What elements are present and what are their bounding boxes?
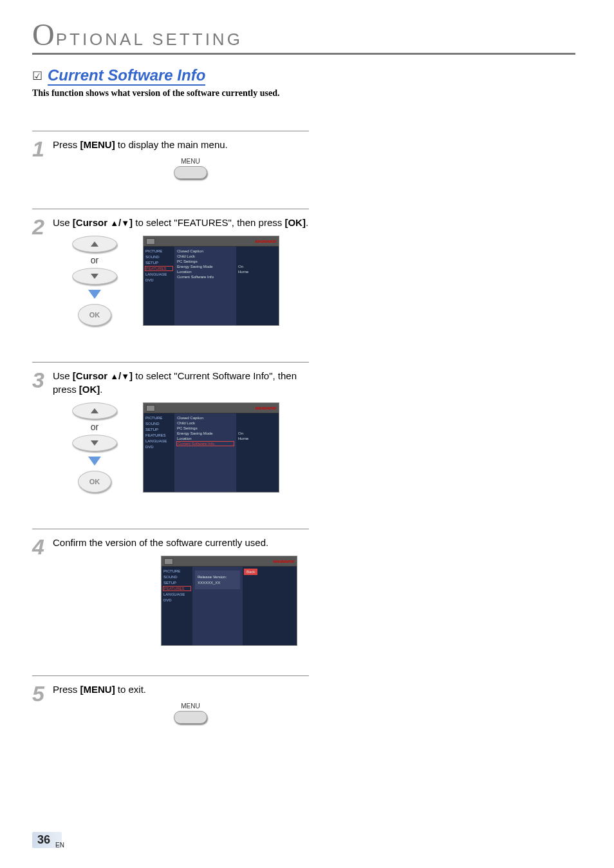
- osd-item: DVD: [145, 278, 172, 282]
- key-label: [MENU]: [80, 139, 115, 150]
- cursor-up-button-icon: [72, 236, 117, 252]
- osd-item-selected: FEATURES: [145, 267, 172, 270]
- step-5-text: Press [MENU] to exit.: [53, 683, 309, 696]
- section-title: Current Software Info: [48, 66, 205, 86]
- or-label: or: [91, 422, 98, 432]
- osd-item: Location: [177, 270, 234, 274]
- osd-value: On: [238, 265, 277, 269]
- osd-left-column: PICTURE SOUND SETUP FEATURES LANGUAGE DV…: [144, 413, 174, 492]
- osd-item: Location: [177, 437, 234, 440]
- step-1-text: Press [MENU] to display the main menu.: [53, 138, 309, 151]
- step-1: 1 Press [MENU] to display the main menu.…: [32, 131, 309, 202]
- osd-item: FEATURES: [145, 433, 172, 437]
- chapter-initial: O: [32, 19, 55, 50]
- osd-item: LANGUAGE: [145, 272, 172, 276]
- osd-right-column: On Home: [236, 247, 279, 325]
- osd-screenshot-features: MAGNAVOX PICTURE SOUND SETUP FEATURES LA…: [143, 236, 279, 326]
- cursor-buttons-illustration: or OK: [72, 402, 117, 493]
- step-4-text: Confirm the version of the software curr…: [53, 536, 309, 549]
- step-5: 5 Press [MENU] to exit. MENU: [32, 675, 309, 747]
- text-fragment: Use: [53, 217, 73, 228]
- osd-back-button: Back: [245, 569, 257, 574]
- brand-logo: MAGNAVOX: [256, 406, 277, 410]
- key-label: [Cursor: [73, 370, 110, 381]
- osd-right-column: Back: [243, 567, 297, 645]
- down-arrow-icon: [88, 290, 101, 299]
- osd-item-selected: FEATURES: [163, 587, 191, 590]
- text-fragment: .: [100, 384, 102, 395]
- step-2-text: Use [Cursor ▲/▼] to select "FEATURES", t…: [53, 216, 309, 229]
- text-fragment: Press: [53, 139, 80, 150]
- step-4: 4 Confirm the version of the software cu…: [32, 529, 309, 669]
- osd-item: Child Lock: [177, 421, 234, 425]
- osd-item: Child Lock: [177, 254, 234, 258]
- text-fragment: to select "FEATURES", then press: [133, 217, 284, 228]
- key-label: [OK]: [284, 217, 306, 228]
- up-triangle-icon: ▲: [110, 372, 118, 381]
- text-fragment: to exit.: [115, 684, 146, 695]
- osd-item: PC Settings: [177, 426, 234, 430]
- release-version-value: XXXXXX_XX: [198, 581, 220, 585]
- key-label: [OK]: [79, 384, 100, 395]
- checkbox-icon: ☑: [32, 69, 42, 83]
- step-number: 3: [32, 369, 53, 518]
- pill-button-icon: [174, 166, 207, 179]
- cursor-down-button-icon: [72, 268, 117, 285]
- step-3-text: Use [Cursor ▲/▼] to select "Current Soft…: [53, 369, 309, 396]
- release-version-label: Release Version:: [198, 575, 227, 579]
- brand-logo: MAGNAVOX: [274, 560, 295, 563]
- osd-screenshot-csi: MAGNAVOX PICTURE SOUND SETUP FEATURES LA…: [143, 402, 279, 493]
- cursor-buttons-illustration: or OK: [72, 236, 117, 326]
- text-fragment: to display the main menu.: [115, 139, 228, 150]
- osd-item: Energy Saving Mode: [177, 431, 234, 435]
- osd-item: Closed Caption: [177, 249, 234, 253]
- osd-mid-column: Closed Caption Child Lock PC Settings En…: [174, 413, 236, 492]
- osd-item: DVD: [145, 445, 172, 449]
- monitor-icon: [146, 405, 155, 411]
- text-fragment: Press: [53, 684, 80, 695]
- text-fragment: Use: [53, 370, 73, 381]
- osd-version-box: Release Version: XXXXXX_XX: [195, 571, 240, 589]
- step-number: 5: [32, 683, 53, 743]
- osd-item: DVD: [163, 598, 191, 602]
- monitor-icon: [146, 238, 155, 245]
- osd-item: SOUND: [145, 422, 172, 426]
- down-arrow-icon: [88, 457, 101, 466]
- osd-item: SOUND: [163, 575, 191, 579]
- osd-value: Home: [238, 270, 277, 274]
- page-number: 36 EN: [32, 831, 64, 849]
- osd-item: SETUP: [163, 581, 191, 585]
- osd-item: Current Software Info: [177, 275, 234, 279]
- step-3: 3 Use [Cursor ▲/▼] to select "Current So…: [32, 362, 309, 522]
- chapter-title: PTIONAL SETTING: [56, 30, 243, 50]
- osd-item: PC Settings: [177, 259, 234, 263]
- page-lang: EN: [55, 842, 64, 849]
- step-2: 2 Use [Cursor ▲/▼] to select "FEATURES",…: [32, 209, 309, 355]
- osd-item: PICTURE: [145, 416, 172, 420]
- osd-value: On: [238, 431, 277, 435]
- ok-button-icon: OK: [78, 471, 111, 493]
- osd-item: LANGUAGE: [163, 592, 191, 596]
- menu-button-illustration: MENU: [72, 703, 309, 724]
- osd-item: SETUP: [145, 428, 172, 431]
- step-number: 4: [32, 536, 53, 665]
- section-description: This function shows what version of the …: [32, 88, 575, 99]
- osd-item: PICTURE: [145, 249, 172, 253]
- step-number: 2: [32, 216, 53, 352]
- pill-button-icon: [174, 711, 207, 724]
- down-triangle-icon: ▼: [121, 372, 129, 381]
- osd-screenshot-version: MAGNAVOX PICTURE SOUND SETUP FEATURES LA…: [161, 556, 297, 646]
- cursor-down-button-icon: [72, 435, 117, 451]
- osd-item: PICTURE: [163, 569, 191, 573]
- down-triangle-icon: ▼: [121, 218, 129, 228]
- text-fragment: .: [306, 217, 308, 228]
- osd-item: Energy Saving Mode: [177, 265, 234, 269]
- osd-item: LANGUAGE: [145, 439, 172, 443]
- step-number: 1: [32, 138, 53, 198]
- osd-mid-column: Closed Caption Child Lock PC Settings En…: [174, 247, 236, 325]
- menu-button-label: MENU: [181, 158, 200, 165]
- monitor-icon: [164, 558, 173, 565]
- osd-value: Home: [238, 437, 277, 440]
- osd-right-column: On Home: [236, 413, 279, 492]
- up-triangle-icon: ▲: [110, 218, 118, 228]
